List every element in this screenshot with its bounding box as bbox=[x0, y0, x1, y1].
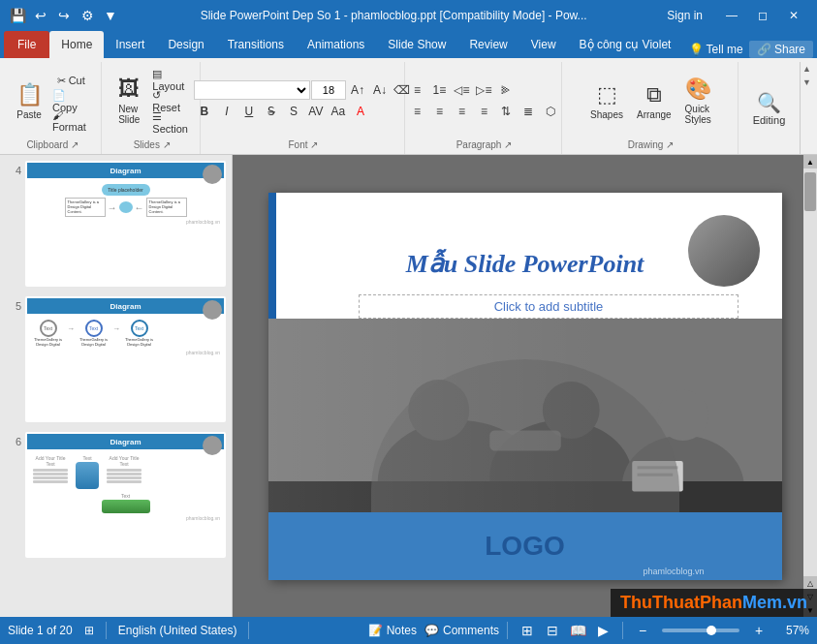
section-button[interactable]: ☰ Section bbox=[148, 112, 192, 132]
strikethrough-button[interactable]: S̶ bbox=[261, 102, 282, 121]
thumb6-content: Add Your Title Text Text bbox=[27, 434, 224, 556]
slide-sorter-button[interactable]: ⊟ bbox=[541, 620, 564, 641]
tab-home[interactable]: Home bbox=[49, 31, 104, 58]
language-label[interactable]: English (United States) bbox=[118, 624, 237, 637]
zoom-in-button[interactable]: + bbox=[747, 620, 770, 641]
copy-button[interactable]: 📄 Copy bbox=[48, 91, 93, 110]
tab-insert[interactable]: Insert bbox=[104, 31, 156, 58]
thumb5-step3: Text ThemeGallery is Design Digital bbox=[122, 320, 156, 348]
dropdown-icon[interactable]: ▼ bbox=[101, 6, 120, 25]
decrease-indent-button[interactable]: ◁≡ bbox=[451, 80, 472, 100]
sign-in-button[interactable]: Sign in bbox=[667, 9, 703, 22]
slide-preview-6[interactable]: Diagram Add Your Title Text bbox=[25, 432, 226, 558]
slide-preview-4[interactable]: Diagram Title placeholder ThemeGallery i… bbox=[25, 161, 226, 287]
ribbon-scroll-down[interactable]: ▼ bbox=[801, 76, 814, 89]
columns-button[interactable]: ⫸ bbox=[495, 80, 517, 100]
cut-button[interactable]: ✂ Cut bbox=[48, 71, 93, 90]
close-button[interactable]: ✕ bbox=[778, 0, 809, 31]
redo-icon[interactable]: ↪ bbox=[54, 6, 74, 25]
tell-me-button[interactable]: 💡 Tell me bbox=[689, 43, 743, 56]
font-color-button[interactable]: A bbox=[350, 102, 371, 121]
tab-violet[interactable]: Bộ công cụ Violet bbox=[568, 31, 683, 58]
align-left-button[interactable]: ≡ bbox=[406, 102, 427, 121]
zoom-level[interactable]: 57% bbox=[778, 624, 809, 637]
fit-icon[interactable]: ⊞ bbox=[84, 624, 94, 637]
minimize-button[interactable]: — bbox=[716, 0, 747, 31]
font-size-input[interactable] bbox=[311, 80, 346, 100]
align-right-button[interactable]: ≡ bbox=[451, 102, 472, 121]
font-row1: A↑ A↓ ⌫ bbox=[194, 80, 413, 100]
ribbon-tabs: File Home Insert Design Transitions Anim… bbox=[0, 31, 817, 58]
reading-view-button[interactable]: 📖 bbox=[566, 620, 589, 641]
tab-view[interactable]: View bbox=[519, 31, 568, 58]
thumb4-box1: ThemeGallery is a Design Digital Content… bbox=[65, 198, 106, 217]
tab-transitions[interactable]: Transitions bbox=[216, 31, 296, 58]
tab-file[interactable]: File bbox=[4, 31, 49, 58]
slide-blue-bar: LOGO bbox=[268, 512, 782, 580]
char-spacing-button[interactable]: AV bbox=[305, 102, 327, 121]
change-case-button[interactable]: Aa bbox=[328, 102, 349, 121]
reset-button[interactable]: ↺ Reset bbox=[148, 91, 192, 110]
numbered-button[interactable]: 1≡ bbox=[428, 80, 450, 100]
format-painter-button[interactable]: 🖌 Format bbox=[48, 111, 93, 131]
underline-button[interactable]: U bbox=[238, 102, 260, 121]
scroll-page-up[interactable]: △ bbox=[803, 576, 817, 590]
align-center-button[interactable]: ≡ bbox=[428, 102, 450, 121]
normal-view-button[interactable]: ⊞ bbox=[516, 620, 539, 641]
comments-button-area: 💬 Comments bbox=[424, 624, 499, 637]
align-text-button[interactable]: ≣ bbox=[518, 102, 539, 121]
clipboard-content: 📋 Paste ✂ Cut 📄 Copy 🖌 Format bbox=[10, 64, 95, 138]
scroll-thumb[interactable] bbox=[804, 172, 816, 211]
notes-button[interactable]: Notes bbox=[387, 624, 417, 637]
new-slide-button[interactable]: 🖼 New Slide bbox=[111, 72, 146, 130]
editing-group: 🔍 Editing bbox=[740, 62, 798, 154]
zoom-slider[interactable] bbox=[662, 629, 739, 632]
slide-thumb-5[interactable]: 5 Diagram Text ThemeGallery is Design Di… bbox=[4, 294, 228, 424]
shapes-button[interactable]: ⬚ Shapes bbox=[584, 72, 629, 130]
font-group: A↑ A↓ ⌫ B I U S̶ S AV Aa A Font ↗ bbox=[203, 62, 405, 154]
slide-preview-5[interactable]: Diagram Text ThemeGallery is Design Digi… bbox=[25, 296, 226, 422]
text-direction-button[interactable]: ⇅ bbox=[495, 102, 517, 121]
slide-canvas[interactable]: Mẫu Slide PowerPoint Click to add subtit… bbox=[268, 193, 782, 580]
slide-title[interactable]: Mẫu Slide PowerPoint bbox=[288, 249, 763, 279]
layout-button[interactable]: ▤ Layout bbox=[148, 70, 192, 89]
scroll-up-button[interactable]: ▲ bbox=[803, 155, 817, 169]
paste-button[interactable]: 📋 Paste bbox=[12, 72, 47, 130]
increase-indent-button[interactable]: ▷≡ bbox=[473, 80, 494, 100]
svg-rect-10 bbox=[637, 466, 677, 469]
justify-button[interactable]: ≡ bbox=[473, 102, 494, 121]
slideshow-button[interactable]: ▶ bbox=[591, 620, 614, 641]
shadow-button[interactable]: S bbox=[283, 102, 304, 121]
restore-button[interactable]: ◻ bbox=[747, 0, 778, 31]
slide-subtitle[interactable]: Click to add subtitle bbox=[359, 294, 738, 319]
save-icon[interactable]: 💾 bbox=[8, 6, 27, 25]
tab-review[interactable]: Review bbox=[457, 31, 518, 58]
font-name-select[interactable] bbox=[194, 80, 310, 100]
tab-design[interactable]: Design bbox=[156, 31, 215, 58]
comments-button[interactable]: Comments bbox=[443, 624, 499, 637]
slide-thumb-6[interactable]: 6 Diagram Add Your Title Text bbox=[4, 430, 228, 560]
decrease-font-button[interactable]: A↓ bbox=[369, 80, 391, 100]
bullets-button[interactable]: ≡ bbox=[406, 80, 427, 100]
thumb4-center bbox=[119, 201, 133, 213]
quick-styles-button[interactable]: 🎨 Quick Styles bbox=[679, 72, 717, 130]
ribbon-scroll-up[interactable]: ▲ bbox=[801, 62, 814, 76]
thumb6-cylinder-green bbox=[102, 500, 150, 513]
tab-animations[interactable]: Animations bbox=[296, 31, 376, 58]
tab-slideshow[interactable]: Slide Show bbox=[376, 31, 457, 58]
undo-icon[interactable]: ↩ bbox=[31, 6, 50, 25]
thumb4-arrows: ThemeGallery is a Design Digital Content… bbox=[65, 198, 187, 217]
canvas-scrollbar: ▲ △ ▽ ▼ bbox=[803, 155, 817, 617]
increase-font-button[interactable]: A↑ bbox=[347, 80, 368, 100]
italic-button[interactable]: I bbox=[216, 102, 237, 121]
zoom-out-button[interactable]: − bbox=[631, 620, 654, 641]
share-button[interactable]: 🔗 Share bbox=[749, 41, 813, 58]
customize-icon[interactable]: ⚙ bbox=[78, 6, 97, 25]
arrange-button[interactable]: ⧉ Arrange bbox=[631, 72, 677, 130]
thumb4-ellipse: Title placeholder ThemeGallery is a Desi… bbox=[31, 184, 220, 217]
slide-thumb-4[interactable]: 4 Diagram Title placeholder ThemeGallery… bbox=[4, 159, 228, 289]
bold-button[interactable]: B bbox=[194, 102, 215, 121]
smartart-button[interactable]: ⬡ bbox=[540, 102, 561, 121]
thumb4-watermark: phamlocblog.vn bbox=[31, 219, 220, 225]
svg-rect-9 bbox=[632, 461, 683, 492]
